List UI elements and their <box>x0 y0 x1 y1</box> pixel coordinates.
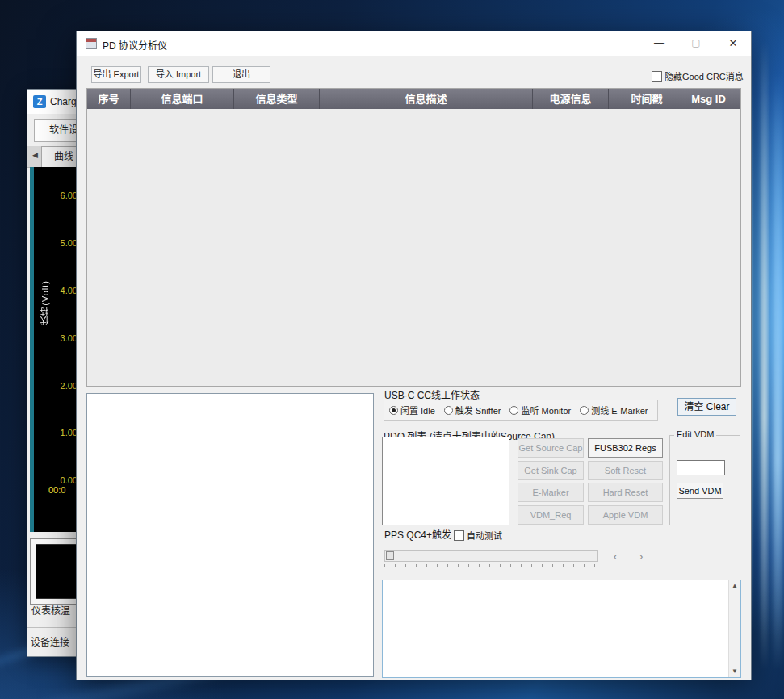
text-caret <box>388 585 388 596</box>
auto-test-checkbox[interactable]: 自动测试 <box>454 529 502 542</box>
checkbox-box-icon[interactable] <box>454 530 464 541</box>
apple-vdm-button[interactable]: Apple VDM <box>588 505 663 525</box>
e-marker-button[interactable]: E-Marker <box>518 483 584 502</box>
slider-tick-marks <box>384 564 598 567</box>
get-sink-cap-button[interactable]: Get Sink Cap <box>518 461 584 480</box>
table-header-row: 序号 信息端口 信息类型 信息描述 电源信息 时间戳 Msg ID <box>87 89 740 109</box>
hide-good-crc-checkbox[interactable]: 隐藏Good CRC消息 <box>652 69 744 82</box>
chart-ytick: 6.00 <box>45 190 78 200</box>
maximize-button[interactable]: ▢ <box>684 34 708 52</box>
column-header-type[interactable]: 信息类型 <box>234 89 320 109</box>
slider-handle[interactable] <box>386 551 394 560</box>
exit-button[interactable]: 退出 <box>212 66 270 83</box>
desktop: Z Charg 软件设 ◀ 曲线 伏特(Volt) 6.00 5.00 4.00… <box>0 0 784 699</box>
column-header-index[interactable]: 序号 <box>87 89 131 109</box>
hide-good-crc-label: 隐藏Good CRC消息 <box>665 69 744 82</box>
column-header-port[interactable]: 信息端口 <box>131 89 234 109</box>
radio-button-icon[interactable] <box>580 406 589 415</box>
vdm-input[interactable] <box>677 460 725 475</box>
detail-listbox[interactable] <box>86 393 374 677</box>
log-textarea[interactable]: ▲ ▼ <box>382 580 741 678</box>
radio-button-icon[interactable] <box>389 406 398 415</box>
pd-analyzer-window: PD 协议分析仪 — ▢ ✕ 导出 Export 导入 Import 退出 隐藏… <box>76 31 752 680</box>
minimize-button[interactable]: — <box>647 34 671 52</box>
column-header-power-info[interactable]: 电源信息 <box>533 89 609 109</box>
pps-voltage-slider[interactable] <box>384 550 598 562</box>
charger-window-title: Charg <box>50 96 77 107</box>
radio-sniffer[interactable]: 触发 Sniffer <box>444 404 501 416</box>
radio-emarker-label: 测线 E-Marker <box>591 404 648 416</box>
titlebar[interactable]: PD 协议分析仪 — ▢ ✕ <box>77 31 751 56</box>
log-scrollbar[interactable]: ▲ ▼ <box>728 580 740 677</box>
window-title: PD 协议分析仪 <box>103 38 167 52</box>
auto-test-label: 自动测试 <box>467 529 502 542</box>
chart-ytick: 3.00 <box>45 333 78 343</box>
hard-reset-button[interactable]: Hard Reset <box>588 483 663 502</box>
radio-idle[interactable]: 闲置 Idle <box>389 404 435 416</box>
column-header-timestamp[interactable]: 时间戳 <box>609 89 685 109</box>
radio-idle-label: 闲置 Idle <box>400 404 435 416</box>
radio-sniffer-label: 触发 Sniffer <box>455 404 501 416</box>
meter-core-temp-label: 仪表核温 <box>31 603 70 617</box>
tab-scroll-left-icon[interactable]: ◀ <box>32 151 38 159</box>
slider-decrement-button[interactable]: ‹ <box>606 549 624 563</box>
close-button[interactable]: ✕ <box>721 34 745 52</box>
column-header-filler <box>732 89 740 109</box>
chart-ytick: 4.00 <box>45 286 78 295</box>
send-vdm-button[interactable]: Send VDM <box>677 483 723 499</box>
scroll-up-icon[interactable]: ▲ <box>729 580 740 592</box>
app-icon <box>86 38 97 49</box>
table-body-empty[interactable] <box>87 109 740 386</box>
radio-monitor[interactable]: 监听 Monitor <box>509 404 571 416</box>
radio-emarker[interactable]: 测线 E-Marker <box>580 404 648 416</box>
wallpaper-light-beam <box>761 40 768 670</box>
pps-qc4-trigger-label: PPS QC4+触发 <box>384 527 451 541</box>
radio-button-icon[interactable] <box>509 406 518 415</box>
scroll-down-icon[interactable]: ▼ <box>729 666 740 677</box>
charger-app-logo-icon: Z <box>33 95 46 108</box>
edit-vdm-title: Edit VDM <box>674 429 716 439</box>
import-button[interactable]: 导入 Import <box>148 66 209 83</box>
checkbox-box-icon[interactable] <box>652 71 662 82</box>
chart-ytick: 0.00 <box>45 475 78 485</box>
vdm-req-button[interactable]: VDM_Req <box>518 505 584 525</box>
radio-monitor-label: 监听 Monitor <box>521 404 571 416</box>
column-header-description[interactable]: 信息描述 <box>320 89 533 109</box>
fusb302-regs-button[interactable]: FUSB302 Regs <box>588 438 663 458</box>
column-header-msg-id[interactable]: Msg ID <box>685 89 732 109</box>
wallpaper-light-beam <box>773 73 782 670</box>
pdo-listbox[interactable] <box>382 437 509 525</box>
radio-button-icon[interactable] <box>444 406 453 415</box>
chart-ytick: 1.00 <box>45 428 78 437</box>
chart-ytick: 2.00 <box>45 381 78 391</box>
chart-ytick: 5.00 <box>45 238 78 248</box>
cc-status-radio-group: 闲置 Idle 触发 Sniffer 监听 Monitor 测线 E-Marke… <box>384 400 658 421</box>
export-button[interactable]: 导出 Export <box>91 66 141 83</box>
chart-xtick: 00:0 <box>48 485 65 495</box>
clear-button[interactable]: 清空 Clear <box>677 398 736 416</box>
slider-increment-button[interactable]: › <box>632 549 650 563</box>
get-source-cap-button[interactable]: Get Source Cap <box>518 438 584 458</box>
soft-reset-button[interactable]: Soft Reset <box>588 461 663 480</box>
edit-vdm-group: Edit VDM Send VDM <box>669 435 740 525</box>
message-table: 序号 信息端口 信息类型 信息描述 电源信息 时间戳 Msg ID <box>86 88 741 387</box>
device-connection-status: 设备连接 <box>31 634 69 648</box>
